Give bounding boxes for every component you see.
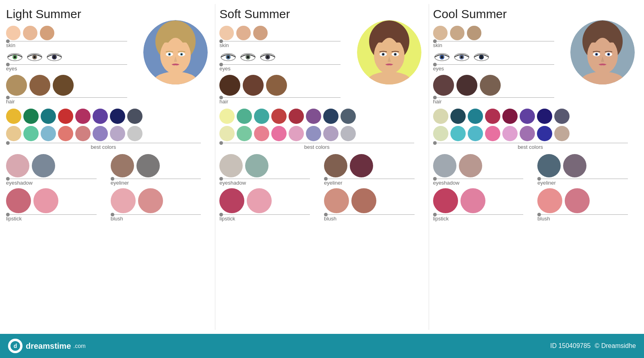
hair-swatch bbox=[480, 75, 501, 96]
dreamstime-logo-icon: d bbox=[8, 339, 23, 353]
section-light-summer: Light Summerskineyeshairbest colorseyesh… bbox=[2, 4, 215, 330]
best-color-swatch bbox=[485, 109, 500, 124]
best-color-swatch bbox=[219, 126, 235, 141]
blush-swatch bbox=[565, 188, 590, 213]
skin-swatch bbox=[6, 26, 21, 40]
best-color-swatch bbox=[41, 126, 56, 141]
best-color-swatch bbox=[127, 126, 142, 141]
lipstick-swatch bbox=[6, 188, 31, 213]
hair-swatch bbox=[53, 75, 74, 96]
hair-swatch bbox=[266, 75, 287, 96]
eyeshadow-swatch bbox=[6, 154, 29, 177]
best-color-swatch bbox=[219, 109, 235, 124]
section-soft-summer: Soft Summerskineyeshairbest colorseyesha… bbox=[215, 4, 429, 330]
best-color-swatch bbox=[323, 109, 339, 124]
best-color-swatch bbox=[468, 109, 483, 124]
best-color-swatch bbox=[306, 126, 321, 141]
blush-swatch bbox=[537, 188, 562, 213]
hair-swatch bbox=[219, 75, 240, 96]
svg-point-38 bbox=[382, 53, 384, 55]
best-color-swatch bbox=[433, 109, 448, 124]
best-color-swatch bbox=[254, 109, 269, 124]
skin-swatch bbox=[236, 26, 251, 40]
best-color-swatch bbox=[306, 109, 321, 124]
eyeliner-swatch bbox=[537, 154, 561, 177]
lipstick-swatch bbox=[219, 188, 244, 213]
dreamstime-text: dreamstime bbox=[26, 342, 71, 351]
lipstick-swatch bbox=[33, 188, 58, 213]
svg-point-5 bbox=[33, 56, 36, 58]
main-content: Light Summerskineyeshairbest colorseyesh… bbox=[0, 0, 644, 334]
eye-icon bbox=[219, 51, 237, 63]
svg-point-41 bbox=[394, 53, 396, 55]
eye-icon bbox=[26, 51, 44, 63]
svg-point-8 bbox=[53, 56, 56, 58]
best-color-swatch bbox=[289, 126, 304, 141]
svg-point-20 bbox=[181, 53, 182, 55]
best-color-swatch bbox=[450, 109, 466, 124]
best-color-swatch bbox=[93, 109, 108, 124]
best-color-swatch bbox=[127, 109, 142, 124]
best-color-swatch bbox=[110, 109, 125, 124]
hair-swatch bbox=[433, 75, 454, 96]
eyeshadow-swatch bbox=[245, 154, 268, 177]
skin-swatch bbox=[467, 26, 481, 40]
best-color-swatch bbox=[289, 109, 304, 124]
best-color-swatch bbox=[554, 109, 570, 124]
best-color-swatch bbox=[6, 109, 21, 124]
best-color-swatch bbox=[450, 126, 466, 141]
svg-point-23 bbox=[227, 56, 229, 58]
eye-icon bbox=[473, 51, 491, 63]
best-color-swatch bbox=[237, 126, 252, 141]
best-color-swatch bbox=[6, 126, 21, 141]
lipstick-swatch bbox=[433, 188, 458, 213]
face-portrait bbox=[140, 7, 211, 106]
best-color-swatch bbox=[93, 126, 108, 141]
svg-point-29 bbox=[266, 56, 269, 58]
best-color-swatch bbox=[554, 126, 570, 141]
copyright: © Dreamsidhe bbox=[595, 342, 636, 350]
best-color-swatch bbox=[75, 126, 91, 141]
best-color-swatch bbox=[41, 109, 56, 124]
svg-point-59 bbox=[596, 53, 597, 55]
eyeliner-swatch bbox=[136, 154, 160, 177]
face-portrait bbox=[568, 7, 638, 106]
svg-text:d: d bbox=[14, 343, 17, 349]
hair-swatch bbox=[243, 75, 264, 96]
eyeshadow-swatch bbox=[459, 154, 482, 177]
best-color-swatch bbox=[537, 109, 552, 124]
best-color-swatch bbox=[502, 126, 518, 141]
best-color-swatch bbox=[468, 126, 483, 141]
eye-icon bbox=[45, 51, 64, 63]
section-title-cool-summer: Cool Summer bbox=[433, 7, 568, 21]
eyeliner-swatch bbox=[563, 154, 586, 177]
skin-swatch bbox=[23, 26, 37, 40]
best-color-swatch bbox=[271, 109, 287, 124]
image-id: ID 150409785 bbox=[550, 342, 591, 350]
eyeliner-swatch bbox=[111, 154, 134, 177]
skin-swatch bbox=[40, 26, 54, 40]
eyeshadow-swatch bbox=[433, 154, 456, 177]
best-color-swatch bbox=[271, 126, 287, 141]
best-color-swatch bbox=[537, 126, 552, 141]
best-color-swatch bbox=[58, 109, 73, 124]
eyeshadow-swatch bbox=[219, 154, 243, 177]
footer-logo: d dreamstime .com bbox=[8, 339, 86, 353]
best-color-swatch bbox=[23, 109, 39, 124]
blush-swatch bbox=[111, 188, 136, 213]
svg-point-44 bbox=[441, 56, 443, 58]
eye-icon bbox=[6, 51, 24, 63]
dreamstime-domain: .com bbox=[73, 343, 85, 349]
svg-point-50 bbox=[480, 56, 483, 58]
face-portrait bbox=[354, 7, 425, 106]
hair-swatch bbox=[456, 75, 477, 96]
eye-icon bbox=[433, 51, 451, 63]
eyeliner-swatch bbox=[350, 154, 373, 177]
svg-point-17 bbox=[169, 53, 170, 55]
section-cool-summer: Cool Summerskineyeshairbest colorseyesha… bbox=[429, 4, 642, 330]
best-color-swatch bbox=[254, 126, 269, 141]
skin-swatch bbox=[450, 26, 464, 40]
best-color-swatch bbox=[23, 126, 39, 141]
section-title-soft-summer: Soft Summer bbox=[219, 7, 354, 21]
svg-point-2 bbox=[14, 56, 16, 58]
